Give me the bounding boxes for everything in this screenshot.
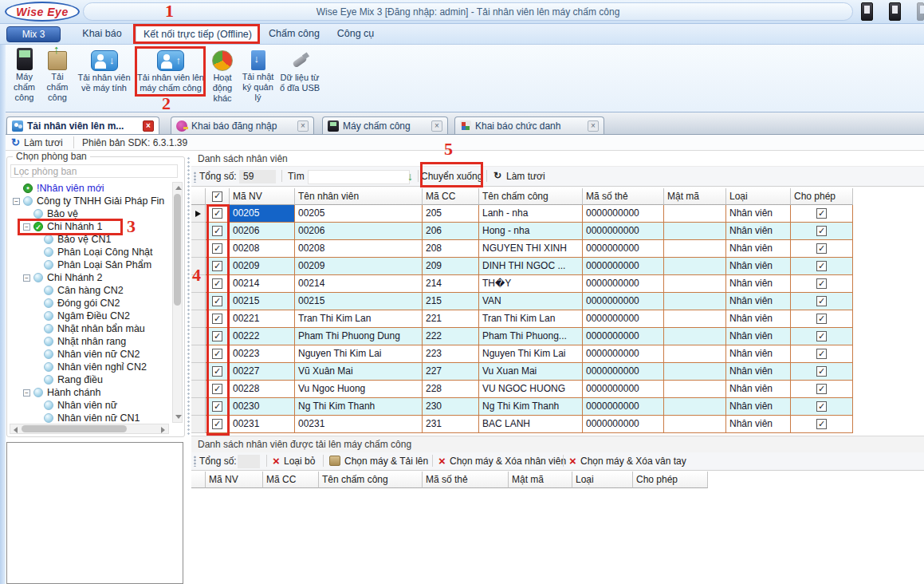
tree-item[interactable]: −Hành chánh — [10, 386, 171, 399]
checkbox-checked-icon[interactable] — [816, 226, 827, 236]
checkbox-checked-icon[interactable] — [816, 366, 827, 377]
cell-loai[interactable]: Nhân viên — [726, 205, 791, 223]
ribbon-button-tai-cham-cong[interactable]: Tải chấm công — [42, 48, 73, 103]
close-icon[interactable]: × — [431, 120, 442, 132]
table-row[interactable]: 0020900209209DINH THI NGOC ...0000000000… — [191, 258, 853, 275]
cell-mat_ma[interactable] — [664, 258, 726, 275]
column-header[interactable]: Mã số thẻ — [423, 472, 509, 488]
cell-ten_cham_cong[interactable]: TH�Y — [479, 275, 583, 293]
cell-ma_cc[interactable]: 221 — [423, 310, 479, 328]
cell-ma_so_the[interactable]: 0000000000 — [583, 416, 664, 433]
cell-loai[interactable]: Nhân viên — [726, 310, 791, 328]
cell-ma_so_the[interactable]: 0000000000 — [583, 223, 664, 240]
delete-fingerprint-button[interactable]: Chọn máy & Xóa vân tay — [580, 456, 686, 467]
cell-ma_nv[interactable]: 00227 — [230, 363, 295, 381]
tab-khai-bao-chuc-danh[interactable]: Khai báo chức danh × — [454, 116, 604, 134]
table-row[interactable]: 00227Vũ Xuân Mai227Vu Xuan Mai0000000000… — [191, 363, 853, 381]
cell-loai[interactable]: Nhân viên — [726, 381, 791, 398]
tree-item[interactable]: −Chi Nhánh 2 — [10, 271, 171, 284]
column-header[interactable]: Mã NV — [206, 472, 263, 488]
cell-mat_ma[interactable] — [664, 416, 726, 433]
tree-item[interactable]: Nhặt nhân rang — [10, 335, 171, 348]
cell-ten_cham_cong[interactable]: Hong - nha — [479, 223, 583, 240]
tree-collapse-icon[interactable]: − — [13, 198, 20, 205]
cell-loai[interactable]: Nhân viên — [726, 258, 791, 275]
column-header[interactable]: Cho phép — [791, 188, 853, 205]
cell-ma_nv[interactable]: 00221 — [230, 310, 295, 328]
cell-ma_so_the[interactable]: 0000000000 — [583, 275, 664, 293]
column-header[interactable]: Loại — [572, 472, 633, 488]
cell-mat_ma[interactable] — [664, 398, 726, 416]
cell-ma_nv[interactable]: 00215 — [230, 293, 295, 310]
cell-ten_nhan_vien[interactable]: Vu Ngoc Huong — [295, 381, 423, 398]
tree-item[interactable]: Phân Loại Công Nhật — [10, 246, 171, 258]
close-icon[interactable]: × — [143, 120, 154, 132]
ribbon-button-tai-nhat-ky[interactable]: Tải nhật ký quản lý — [238, 48, 277, 103]
cell-ma_so_the[interactable]: 0000000000 — [583, 328, 664, 345]
cell-mat_ma[interactable] — [664, 223, 726, 240]
cell-ma_cc[interactable]: 209 — [423, 258, 479, 275]
scrollbar-thumb[interactable] — [174, 194, 181, 306]
cell-loai[interactable]: Nhân viên — [726, 363, 791, 381]
checkbox-checked-icon[interactable] — [212, 191, 222, 202]
cell-ma_cc[interactable]: 228 — [423, 381, 479, 398]
scroll-left-icon[interactable] — [14, 427, 18, 433]
tree-collapse-icon[interactable]: − — [23, 274, 30, 282]
table-row[interactable]: 0020800208208NGUYEN THI XINH0000000000Nh… — [191, 240, 853, 258]
tab-may-cham-cong[interactable]: Máy chấm công × — [322, 116, 448, 134]
column-header[interactable]: Mã CC — [423, 188, 479, 205]
cell-ma_cc[interactable]: 214 — [423, 275, 479, 293]
column-header[interactable]: Tên chấm công — [479, 188, 583, 205]
cell-ten_cham_cong[interactable]: DINH THI NGOC ... — [479, 258, 583, 275]
checkbox-checked-icon[interactable] — [816, 384, 827, 394]
checkbox-checked-icon[interactable] — [816, 296, 827, 306]
cell-cho-phep[interactable] — [791, 223, 853, 240]
cell-ma_cc[interactable]: 227 — [423, 363, 479, 381]
table-row[interactable]: 0021400214214TH�Y0000000000Nhân viên — [191, 275, 853, 293]
cell-loai[interactable]: Nhân viên — [726, 345, 791, 363]
column-header[interactable]: Tên nhân viên — [295, 188, 423, 205]
table-row[interactable]: 00222Pham Thi Phuong Dung222Pham Thi Phu… — [191, 328, 853, 345]
cell-ten_cham_cong[interactable]: Pham Thi Phuong... — [479, 328, 583, 345]
tree-collapse-icon[interactable]: − — [23, 389, 30, 397]
cell-ma_nv[interactable]: 00214 — [230, 275, 295, 293]
column-header[interactable]: Tên chấm công — [319, 472, 423, 488]
tree-item[interactable]: Nhân viên nghỉ CN2 — [10, 361, 171, 373]
cell-ma_cc[interactable]: 208 — [423, 240, 479, 258]
table-row[interactable]: 00223Nguyen Thi Kim Lai223Nguyen Thi Kim… — [191, 345, 853, 363]
cell-ten_cham_cong[interactable]: VAN — [479, 293, 583, 310]
table-row[interactable]: 00228Vu Ngoc Huong228VU NGOC HUONG000000… — [191, 381, 853, 398]
toolbar-grip[interactable] — [194, 456, 196, 467]
cell-ma_nv[interactable]: 00231 — [230, 416, 295, 433]
checkbox-checked-icon[interactable] — [816, 278, 827, 289]
tree-item[interactable]: Đóng gói CN2 — [10, 297, 171, 310]
checkbox-checked-icon[interactable] — [816, 314, 827, 324]
cell-cho-phep[interactable] — [791, 398, 853, 416]
cell-mat_ma[interactable] — [664, 275, 726, 293]
delete-employee-button[interactable]: Chọn máy & Xóa nhân viên — [450, 456, 566, 467]
cell-ma_so_the[interactable]: 0000000000 — [583, 240, 664, 258]
scroll-up-icon[interactable] — [175, 186, 182, 190]
toolbar-grip[interactable] — [194, 172, 196, 183]
cell-cho-phep[interactable] — [791, 345, 853, 363]
cell-mat_ma[interactable] — [664, 293, 726, 310]
cell-ma_cc[interactable]: 222 — [423, 328, 479, 345]
cell-ten_cham_cong[interactable]: Nguyen Thi Kim Lai — [479, 345, 583, 363]
tree-item[interactable]: Nhân viên nữ CN1 — [10, 412, 171, 423]
tree-item[interactable]: Cân hàng CN2 — [10, 284, 171, 297]
column-header[interactable]: Loại — [726, 188, 791, 205]
cell-ma_nv[interactable]: 00209 — [230, 258, 295, 275]
tree-item[interactable]: Ngâm Điều CN2 — [10, 310, 171, 322]
tab-tai-nhan-vien-len[interactable]: Tải nhân viên lên m... × — [6, 116, 159, 134]
column-header[interactable]: Mã NV — [230, 188, 295, 205]
table-row[interactable]: 0021500215215VAN0000000000Nhân viên — [191, 293, 853, 310]
cell-loai[interactable]: Nhân viên — [726, 223, 791, 240]
menu-item-cham-cong[interactable]: Chấm công — [268, 24, 320, 44]
checkbox-checked-icon[interactable] — [816, 419, 827, 429]
checkbox-checked-icon[interactable] — [816, 208, 827, 219]
scroll-right-icon[interactable] — [161, 427, 165, 433]
cell-loai[interactable]: Nhân viên — [726, 240, 791, 258]
column-header[interactable]: Mật mã — [664, 188, 726, 205]
cell-ma_so_the[interactable]: 0000000000 — [583, 363, 664, 381]
cell-cho-phep[interactable] — [791, 275, 853, 293]
